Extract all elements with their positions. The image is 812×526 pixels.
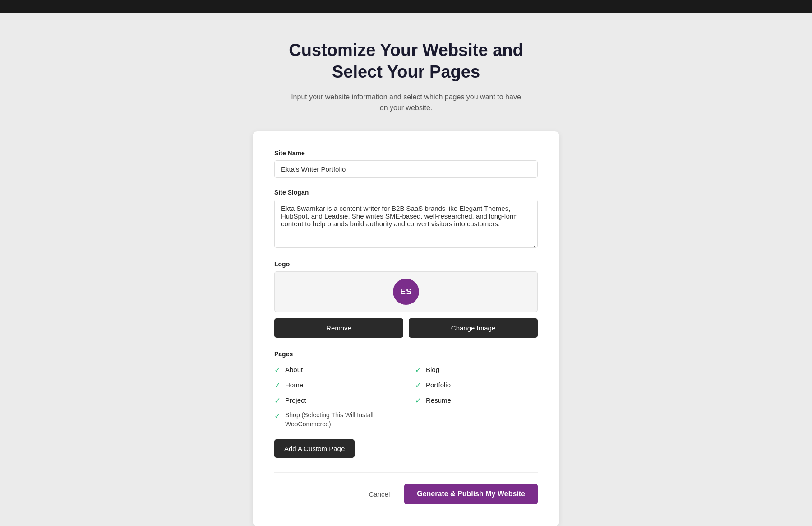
site-name-label: Site Name	[274, 149, 538, 157]
page-label-project: Project	[285, 396, 306, 405]
action-row: Cancel Generate & Publish My Website	[274, 484, 538, 504]
logo-btn-row: Remove Change Image	[274, 318, 538, 338]
page-title: Customize Your Website and Select Your P…	[289, 40, 523, 83]
check-icon-resume: ✓	[415, 396, 421, 405]
check-icon-portfolio: ✓	[415, 381, 421, 390]
check-icon-project: ✓	[274, 396, 281, 405]
logo-label: Logo	[274, 261, 538, 268]
site-slogan-input[interactable]	[274, 200, 538, 248]
page-subtitle: Input your website information and selec…	[291, 92, 521, 113]
check-icon-shop: ✓	[274, 411, 281, 421]
top-bar	[0, 0, 812, 13]
page-item-portfolio: ✓ Portfolio	[415, 380, 538, 390]
pages-section: Pages ✓ About ✓ Blog ✓ Home	[274, 350, 538, 472]
page-label-shop: Shop (Selecting This Will Install WooCom…	[285, 411, 397, 428]
add-custom-page-button[interactable]: Add A Custom Page	[274, 439, 355, 458]
page-label-resume: Resume	[426, 396, 451, 405]
form-card: Site Name Site Slogan Logo ES Remove Cha…	[253, 131, 559, 526]
check-icon-home: ✓	[274, 381, 281, 390]
logo-avatar: ES	[393, 279, 419, 305]
check-icon-about: ✓	[274, 365, 281, 375]
site-slogan-field: Site Slogan	[274, 189, 538, 261]
site-name-field: Site Name	[274, 149, 538, 189]
page-container: Customize Your Website and Select Your P…	[0, 13, 812, 526]
change-image-button[interactable]: Change Image	[409, 318, 538, 338]
page-label-about: About	[285, 365, 303, 374]
page-label-portfolio: Portfolio	[426, 380, 451, 390]
check-icon-blog: ✓	[415, 365, 421, 375]
page-item-project: ✓ Project	[274, 396, 397, 405]
cancel-button[interactable]: Cancel	[362, 486, 397, 503]
page-item-resume: ✓ Resume	[415, 396, 538, 405]
generate-button[interactable]: Generate & Publish My Website	[404, 484, 538, 504]
remove-button[interactable]: Remove	[274, 318, 403, 338]
page-label-blog: Blog	[426, 365, 439, 374]
page-item-home: ✓ Home	[274, 380, 397, 390]
page-item-about: ✓ About	[274, 365, 397, 375]
logo-preview: ES	[274, 271, 538, 312]
page-item-shop: ✓ Shop (Selecting This Will Install WooC…	[274, 411, 397, 428]
logo-field: Logo ES Remove Change Image	[274, 261, 538, 338]
divider	[274, 472, 538, 473]
pages-label: Pages	[274, 350, 538, 358]
page-item-blog: ✓ Blog	[415, 365, 538, 375]
site-slogan-label: Site Slogan	[274, 189, 538, 196]
site-name-input[interactable]	[274, 160, 538, 178]
pages-grid: ✓ About ✓ Blog ✓ Home ✓ Portfolio	[274, 365, 538, 428]
page-label-home: Home	[285, 380, 303, 390]
